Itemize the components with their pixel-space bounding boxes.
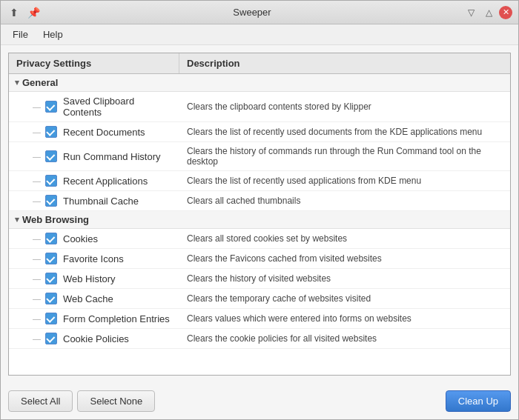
select-none-button[interactable]: Select None xyxy=(77,390,155,412)
dash-icon: — xyxy=(33,334,41,343)
dash-icon: — xyxy=(33,254,41,263)
checkbox-web-history[interactable] xyxy=(45,273,57,284)
label-recent-documents: Recent Documents xyxy=(63,127,145,138)
window-icon-pin: 📌 xyxy=(26,5,41,20)
desc-cookies: Clears all stored cookies set by website… xyxy=(179,230,510,247)
checkbox-form-completion[interactable] xyxy=(45,313,57,324)
label-run-command-history: Run Command History xyxy=(63,151,161,162)
dash-icon: — xyxy=(33,102,41,111)
label-cookies: Cookies xyxy=(63,233,98,244)
row-recent-documents: — Recent Documents Clears the list of re… xyxy=(9,122,510,142)
row-cookies: — Cookies Clears all stored cookies set … xyxy=(9,229,510,249)
desc-recent-documents: Clears the list of recently used documen… xyxy=(179,123,510,141)
row-run-command-history: — Run Command History Clears the history… xyxy=(9,142,510,171)
checkbox-saved-clipboard[interactable] xyxy=(45,101,57,113)
dash-icon: — xyxy=(33,196,41,205)
desc-web-history: Clears the history of visited websites xyxy=(179,270,510,287)
section-web-browsing-toggle[interactable]: ▾ xyxy=(15,215,19,224)
checkbox-cookies[interactable] xyxy=(45,233,57,244)
dash-icon: — xyxy=(33,127,41,136)
section-general-label: General xyxy=(22,77,58,88)
dash-icon: — xyxy=(33,152,41,161)
row-web-cache: — Web Cache Clears the temporary cache o… xyxy=(9,289,510,309)
label-web-cache: Web Cache xyxy=(63,293,113,304)
title-bar-controls: ▽ △ ✕ xyxy=(463,5,512,20)
col-description: Description xyxy=(179,53,510,73)
dash-icon: — xyxy=(33,176,41,185)
table-body: ▾ General — Saved Clipboard Contents Cle… xyxy=(9,74,510,375)
checkbox-recent-documents[interactable] xyxy=(45,126,57,138)
clean-up-button[interactable]: Clean Up xyxy=(446,390,511,412)
desc-saved-clipboard: Clears the clipboard contents stored by … xyxy=(179,98,510,116)
label-saved-clipboard: Saved Clipboard Contents xyxy=(63,96,173,118)
desc-form-completion: Clears values which were entered into fo… xyxy=(179,310,510,327)
table-header: Privacy Settings Description xyxy=(9,53,510,74)
label-favorite-icons: Favorite Icons xyxy=(63,253,124,264)
checkbox-run-command-history[interactable] xyxy=(45,150,57,162)
window-icon-arrow: ⬆ xyxy=(7,5,22,20)
title-bar: ⬆ 📌 Sweeper ▽ △ ✕ xyxy=(1,1,518,24)
checkbox-web-cache[interactable] xyxy=(45,293,57,304)
menu-help[interactable]: Help xyxy=(37,27,69,42)
row-thumbnail-cache: — Thumbnail Cache Clears all cached thum… xyxy=(9,191,510,211)
label-cookie-policies: Cookie Policies xyxy=(63,333,129,344)
settings-table: Privacy Settings Description ▾ General —… xyxy=(8,53,511,376)
dash-icon: — xyxy=(33,234,41,243)
row-recent-applications: — Recent Applications Clears the list of… xyxy=(9,171,510,191)
window-title: Sweeper xyxy=(41,7,463,18)
desc-recent-applications: Clears the list of recently used applica… xyxy=(179,172,510,190)
minimize-button[interactable]: ▽ xyxy=(463,5,478,20)
row-web-history: — Web History Clears the history of visi… xyxy=(9,269,510,289)
desc-web-cache: Clears the temporary cache of websites v… xyxy=(179,290,510,307)
label-thumbnail-cache: Thumbnail Cache xyxy=(63,196,139,207)
main-window: ⬆ 📌 Sweeper ▽ △ ✕ File Help Privacy Sett… xyxy=(0,0,519,420)
row-favorite-icons: — Favorite Icons Clears the Favicons cac… xyxy=(9,249,510,269)
menu-bar: File Help xyxy=(1,24,518,45)
label-recent-applications: Recent Applications xyxy=(63,176,148,187)
dash-icon: — xyxy=(33,294,41,303)
checkbox-thumbnail-cache[interactable] xyxy=(45,195,57,207)
checkbox-recent-applications[interactable] xyxy=(45,175,57,187)
section-general[interactable]: ▾ General xyxy=(9,74,510,92)
dash-icon: — xyxy=(33,314,41,323)
title-bar-left-icons: ⬆ 📌 xyxy=(7,5,41,20)
dash-icon: — xyxy=(33,274,41,283)
checkbox-favorite-icons[interactable] xyxy=(45,253,57,264)
desc-thumbnail-cache: Clears all cached thumbnails xyxy=(179,192,510,210)
select-all-button[interactable]: Select All xyxy=(8,390,73,412)
bottom-left-buttons: Select All Select None xyxy=(8,390,155,412)
checkbox-cookie-policies[interactable] xyxy=(45,333,57,344)
bottom-bar: Select All Select None Clean Up xyxy=(1,383,518,419)
row-cookie-policies: — Cookie Policies Clears the cookie poli… xyxy=(9,329,510,349)
main-content: Privacy Settings Description ▾ General —… xyxy=(1,45,518,383)
maximize-button[interactable]: △ xyxy=(481,5,496,20)
label-web-history: Web History xyxy=(63,273,116,284)
close-button[interactable]: ✕ xyxy=(499,6,512,19)
label-form-completion: Form Completion Entries xyxy=(63,313,170,324)
col-privacy-settings: Privacy Settings xyxy=(9,53,179,73)
desc-favorite-icons: Clears the Favicons cached from visited … xyxy=(179,250,510,267)
row-form-completion: — Form Completion Entries Clears values … xyxy=(9,309,510,329)
section-general-toggle[interactable]: ▾ xyxy=(15,78,19,87)
section-web-browsing[interactable]: ▾ Web Browsing xyxy=(9,211,510,229)
desc-run-command-history: Clears the history of commands run throu… xyxy=(179,142,510,170)
section-web-browsing-label: Web Browsing xyxy=(22,214,89,225)
menu-file[interactable]: File xyxy=(7,27,34,42)
row-saved-clipboard: — Saved Clipboard Contents Clears the cl… xyxy=(9,92,510,122)
desc-cookie-policies: Clears the cookie policies for all visit… xyxy=(179,330,510,347)
